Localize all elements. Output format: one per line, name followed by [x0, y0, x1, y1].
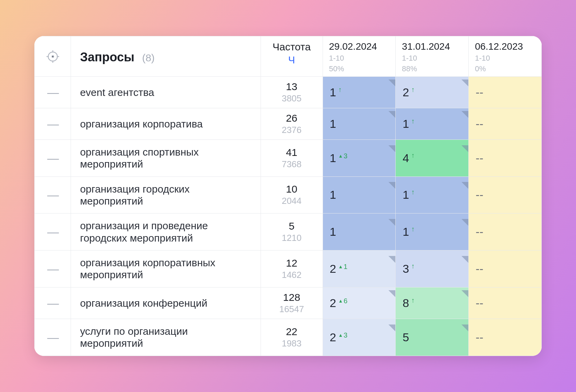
queries-count: (8) [142, 52, 155, 63]
rank-value: 1 [330, 151, 336, 165]
query-cell[interactable]: организация корпоративных мероприятий [71, 250, 261, 287]
table-row[interactable]: —организация конференций128165472▲68↑-- [35, 287, 542, 319]
corner-marker-icon [388, 182, 395, 189]
freq-cell: 12816547 [261, 287, 323, 319]
corner-marker-icon [461, 219, 468, 226]
rank-value: 1 [403, 188, 409, 201]
rank-value: 2 [330, 296, 336, 310]
query-cell[interactable]: организация городских мероприятий [71, 176, 261, 213]
row-target-cell[interactable]: — [35, 108, 71, 139]
rank-cell-2[interactable]: -- [469, 250, 542, 287]
rank-cell-1[interactable]: 2↑ [396, 76, 469, 108]
col-date-1[interactable]: 31.01.2024 1-10 88% [396, 36, 469, 76]
rank-value: 1 [330, 86, 336, 99]
freq-primary: 26 [286, 112, 297, 124]
freq-secondary: 1983 [261, 338, 323, 349]
corner-marker-icon [461, 182, 468, 189]
corner-marker-icon [461, 111, 468, 118]
row-target-cell[interactable]: — [35, 176, 71, 213]
minus-icon: — [47, 296, 58, 309]
col-queries[interactable]: Запросы (8) [71, 36, 261, 76]
rank-value: -- [476, 117, 483, 131]
col-date-0[interactable]: 29.02.2024 1-10 50% [323, 36, 396, 76]
rank-cell-1[interactable]: 1↑ [396, 213, 469, 250]
row-target-cell[interactable]: — [35, 287, 71, 319]
col-date-2[interactable]: 06.12.2023 1-10 0% [469, 36, 542, 76]
freq-primary: 41 [286, 147, 297, 158]
query-cell[interactable]: организация корпоратива [71, 108, 261, 139]
rank-cell-2[interactable]: -- [469, 287, 542, 319]
rank-value: -- [476, 331, 483, 344]
rank-delta: ▲3 [338, 331, 347, 339]
query-cell[interactable]: организация конференций [71, 287, 261, 319]
minus-icon: — [47, 262, 58, 275]
table-row[interactable]: —event агентства1338051↑2↑-- [35, 76, 542, 108]
rank-cell-1[interactable]: 4↑ [396, 139, 469, 176]
rank-value: 8 [403, 296, 409, 310]
corner-marker-icon [388, 79, 395, 86]
arrow-up-icon: ↑ [411, 225, 415, 233]
rank-cell-1[interactable]: 1↑ [396, 108, 469, 139]
table-row[interactable]: —организация спортивных мероприятий41736… [35, 139, 542, 176]
rank-delta: ▲6 [338, 297, 347, 305]
corner-marker-icon [388, 111, 395, 118]
query-cell[interactable]: организация и проведение городских мероп… [71, 213, 261, 250]
rank-cell-2[interactable]: -- [469, 176, 542, 213]
rank-table-card: Запросы (8) Частота Ч 29.02.2024 1-10 50… [34, 36, 542, 356]
table-row[interactable]: —услуги по организации мероприятий221983… [35, 319, 542, 356]
corner-marker-icon [461, 290, 468, 297]
corner-marker-icon [461, 145, 468, 152]
arrow-up-icon: ↑ [411, 296, 415, 304]
corner-marker-icon [388, 145, 395, 152]
table-row[interactable]: —организация и проведение городских меро… [35, 213, 542, 250]
rank-value: 1 [403, 225, 409, 238]
table-row[interactable]: —организация корпоративных мероприятий12… [35, 250, 542, 287]
rank-cell-1[interactable]: 3↑ [396, 250, 469, 287]
rank-cell-0[interactable]: 1↑ [323, 76, 396, 108]
freq-secondary: 2044 [261, 196, 323, 206]
rank-cell-2[interactable]: -- [469, 108, 542, 139]
date-pct: 0% [475, 65, 535, 73]
rank-value: -- [476, 151, 483, 165]
date-label: 31.01.2024 [402, 41, 450, 52]
row-target-cell[interactable]: — [35, 319, 71, 356]
rank-cell-2[interactable]: -- [469, 76, 542, 108]
freq-cell: 262376 [261, 108, 323, 139]
row-target-cell[interactable]: — [35, 213, 71, 250]
rank-cell-2[interactable]: -- [469, 139, 542, 176]
row-target-cell[interactable]: — [35, 76, 71, 108]
rank-value: 1 [330, 188, 336, 201]
freq-primary: 13 [286, 81, 297, 92]
rank-cell-0[interactable]: 1▲3 [323, 139, 396, 176]
minus-icon: — [47, 188, 58, 201]
rank-cell-1[interactable]: 5 [396, 319, 469, 356]
rank-cell-0[interactable]: 1 [323, 108, 396, 139]
table-row[interactable]: —организация корпоратива26237611↑-- [35, 108, 542, 139]
row-target-cell[interactable]: — [35, 250, 71, 287]
query-cell[interactable]: услуги по организации мероприятий [71, 319, 261, 356]
query-cell[interactable]: организация спортивных мероприятий [71, 139, 261, 176]
rank-cell-0[interactable]: 1 [323, 213, 396, 250]
col-target[interactable] [35, 36, 71, 76]
rank-cell-1[interactable]: 1↑ [396, 176, 469, 213]
freq-cell: 221983 [261, 319, 323, 356]
rank-cell-2[interactable]: -- [469, 319, 542, 356]
query-cell[interactable]: event агентства [71, 76, 261, 108]
freq-cell: 102044 [261, 176, 323, 213]
queries-title: Запросы [80, 50, 134, 64]
row-target-cell[interactable]: — [35, 139, 71, 176]
rank-cell-2[interactable]: -- [469, 213, 542, 250]
freq-primary: 5 [289, 220, 295, 232]
rank-cell-0[interactable]: 1 [323, 176, 396, 213]
rank-value: -- [476, 188, 483, 201]
svg-point-1 [52, 56, 53, 57]
freq-secondary: 1462 [261, 270, 323, 280]
rank-cell-0[interactable]: 2▲6 [323, 287, 396, 319]
rank-value: 2 [403, 86, 409, 99]
rank-cell-0[interactable]: 2▲3 [323, 319, 396, 356]
rank-cell-1[interactable]: 8↑ [396, 287, 469, 319]
col-frequency[interactable]: Частота Ч [261, 36, 323, 76]
rank-cell-0[interactable]: 2▲1 [323, 250, 396, 287]
table-header-row: Запросы (8) Частота Ч 29.02.2024 1-10 50… [35, 36, 542, 76]
table-row[interactable]: —организация городских мероприятий102044… [35, 176, 542, 213]
